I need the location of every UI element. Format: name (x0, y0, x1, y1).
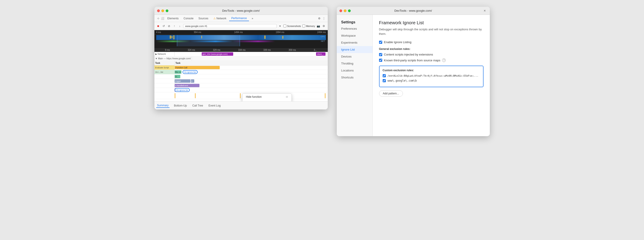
col-task2: Task (175, 62, 182, 64)
perf-toolbar: ⏺ ↺ ⊘ ↑ ↓ www.google.com #1 ▾ Screenshot… (154, 22, 328, 30)
framework-title: Framework Ignore List (379, 20, 484, 25)
handle-event-row: z.handleEvent (154, 83, 328, 88)
enable-ignore-listing-row: Enable Ignore Listing (379, 40, 484, 44)
minimize-traffic-light[interactable] (162, 9, 164, 12)
right-window-title: DevTools - www.google.com/ (340, 9, 487, 12)
clear-icon[interactable]: ⊘ (167, 24, 171, 28)
tab-event-log[interactable]: Event Log (208, 104, 222, 108)
help-icon[interactable]: ? (442, 58, 446, 62)
ruler-mark-3: 1994 ms (276, 31, 284, 33)
download-icon[interactable]: ↓ (178, 24, 182, 28)
custom-rule-1: /ee=ALeJib:B8gLwd;AfeaP:TkrAjf;Afksuc:wM… (383, 74, 480, 77)
tab-console[interactable]: Console (182, 16, 196, 21)
custom-rule-2-checkbox[interactable] (383, 79, 386, 82)
settings-title: Settings (337, 17, 372, 25)
evaluate-script-label: Evaluate Script (154, 65, 175, 70)
nav-preferences[interactable]: Preferences (337, 25, 372, 32)
close-traffic-light-r[interactable] (340, 9, 342, 12)
ruler-mark-1: 994 ms (194, 31, 201, 33)
bottom-tabs: Summary Bottom-Up Call Tree Event Log (154, 101, 328, 110)
nav-shortcuts[interactable]: Shortcuts (337, 74, 372, 81)
upload-icon[interactable]: ↑ (172, 24, 176, 28)
settings-content: Settings Preferences Workspace Experimen… (337, 15, 490, 136)
add-pattern-button[interactable]: Add pattern... (379, 90, 403, 97)
traffic-lights-right (340, 9, 351, 12)
right-settings-window: DevTools - www.google.com/ × Settings Pr… (337, 7, 490, 136)
custom-rules-label: Custom exclusion rules: (383, 69, 480, 72)
settings-icon[interactable]: ⚙ (318, 16, 322, 20)
maximize-traffic-light[interactable] (166, 9, 168, 12)
cursor-icon[interactable]: ⊹ (156, 16, 160, 20)
tab-performance[interactable]: Performance (229, 16, 249, 21)
tab-bar: ⊹ ⬜ Elements Console Sources ⚠ Network P… (154, 15, 328, 22)
tab-more[interactable]: » (250, 16, 256, 21)
timeline-overview: 4 ms 994 ms 1494 ms 1994 ms 2494 ms CPU … (154, 30, 328, 48)
tab-elements[interactable]: Elements (165, 16, 181, 21)
more-icon[interactable]: ⋮ (322, 16, 326, 20)
left-window-title: DevTools - www.google.com/ (157, 9, 325, 12)
tab-bottom-up[interactable]: Bottom-Up (173, 104, 188, 108)
content-scripts-checkbox[interactable] (379, 53, 382, 56)
tab-summary[interactable]: Summary (156, 103, 170, 108)
traffic-lights-left (157, 9, 168, 12)
ruler-mark-0: 4 ms (156, 31, 161, 33)
settings2-icon[interactable]: ⚙ (322, 24, 326, 28)
memory-checkbox[interactable] (302, 24, 305, 27)
network-label: ▶ Network (154, 52, 175, 56)
maximize-traffic-light-r[interactable] (348, 9, 351, 12)
settings-main: Framework Ignore List Debugger will skip… (373, 15, 490, 136)
hide-children-item[interactable]: Hide children C (242, 100, 292, 101)
ignore-row-1: On i...list Ru...s On ignore list (154, 70, 328, 74)
nav-throttling[interactable]: Throttling (337, 60, 372, 67)
close-traffic-light[interactable] (157, 9, 160, 12)
nav-experiments[interactable]: Experiments (337, 39, 372, 46)
third-party-scripts-checkbox[interactable] (379, 59, 382, 62)
context-menu: Hide function H Hide children C Hide rep… (242, 94, 292, 101)
address-dropdown[interactable]: ▾ (278, 24, 282, 28)
trigger-row: trigger c (154, 79, 328, 83)
custom-rule-2: www\.google\.com\b (383, 79, 480, 82)
evaluate-script-row: Evaluate Script Function Call (154, 65, 328, 70)
main-label: ▼ Main — https://www.google.com/ (154, 56, 192, 61)
right-titlebar: DevTools - www.google.com/ × (337, 7, 490, 15)
on-ignore-list-label1: On i...list (154, 70, 175, 74)
close-button[interactable]: × (482, 8, 487, 13)
general-rules-label: General exclusion rules: (379, 47, 484, 51)
general-rules-section: General exclusion rules: Content scripts… (379, 47, 484, 62)
minimize-traffic-light-r[interactable] (344, 9, 346, 12)
tab-call-tree[interactable]: Call Tree (191, 104, 204, 108)
nav-devices[interactable]: Devices (337, 53, 372, 60)
custom-exclusion-section: Custom exclusion rules: /ee=ALeJib:B8gLw… (379, 66, 484, 87)
ruler-mark-4: 2494 ms (317, 31, 326, 33)
left-devtools-window: DevTools - www.google.com/ ⊹ ⬜ Elements … (154, 7, 328, 110)
screenshots-checkbox[interactable] (284, 24, 286, 27)
flame-chart: ▶ Network gen_204 (www.google.com) clien… (154, 52, 328, 101)
on-ignore-badge-1: On ignore list (182, 70, 198, 74)
nav-workspace[interactable]: Workspace (337, 32, 372, 39)
main-row: ▼ Main — https://www.google.com/ (154, 56, 328, 61)
network-content: gen_204 (www.google.com) client_... (175, 52, 328, 56)
enable-ignore-listing-checkbox[interactable] (379, 41, 382, 44)
hide-function-item[interactable]: Hide function H (242, 94, 292, 100)
time-ruler: 9 ms 324 ms 329 ms 334 ms 339 ms 359 ms … (154, 48, 328, 52)
on-ignore-badge-2: On ignore list (175, 88, 190, 92)
third-party-scripts-row: Known third-party scripts from source ma… (379, 58, 484, 62)
ruler-mark-2: 1494 ms (234, 31, 243, 33)
nav-ignore-list[interactable]: Ignore List (337, 46, 372, 53)
custom-rule-1-checkbox[interactable] (383, 74, 386, 77)
network-row: ▶ Network gen_204 (www.google.com) clien… (154, 52, 328, 56)
capture-icon[interactable]: 📷 (316, 24, 320, 28)
refresh-icon[interactable]: ↺ (162, 24, 166, 28)
col-task1: Task (154, 61, 175, 65)
tab-sources[interactable]: Sources (196, 16, 211, 21)
tab-network[interactable]: ⚠ Network (211, 16, 229, 21)
device-icon[interactable]: ⬜ (161, 16, 165, 20)
ignore-row-2: On ignore list (154, 88, 328, 92)
yellow-bars (154, 92, 328, 99)
record-icon[interactable]: ⏺ (156, 24, 160, 28)
framework-description: Debugger will skip through the scripts a… (379, 27, 484, 36)
nav-locations[interactable]: Locations (337, 67, 372, 74)
content-scripts-row: Content scripts injected by extensions (379, 53, 484, 56)
small-row: O... (154, 74, 328, 79)
left-titlebar: DevTools - www.google.com/ (154, 7, 328, 15)
